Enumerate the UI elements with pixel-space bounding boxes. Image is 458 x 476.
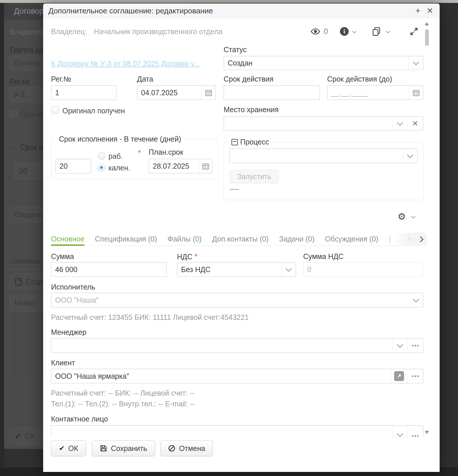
client-value: ООО "Наша ярмарка" <box>51 369 391 383</box>
chevron-down-icon[interactable] <box>409 56 423 70</box>
check-icon: ✔ <box>15 432 21 441</box>
chevron-down-icon[interactable] <box>403 149 417 163</box>
chevron-down-icon[interactable] <box>393 117 407 130</box>
radio-calendar-days[interactable] <box>98 164 105 171</box>
reg-label: Рег.№ <box>51 75 71 83</box>
vat-value: Без НДС <box>177 262 281 276</box>
client-details-2: Тел.(1): -- Тел.(2): -- Внутр.тел.: -- E… <box>51 400 195 408</box>
client-field[interactable]: ООО "Наша ярмарка" <box>51 369 423 383</box>
chevron-down-icon[interactable] <box>409 293 423 307</box>
calendar-icon[interactable] <box>409 86 423 100</box>
eye-icon[interactable] <box>310 28 321 35</box>
vat-amount-input <box>303 262 423 277</box>
vat-label: НДС * <box>177 252 198 261</box>
bg-term-field[interactable]: 20 <box>15 163 44 179</box>
executor-value: ООО "Наша" <box>51 293 409 307</box>
clear-icon: ✕ <box>412 119 418 128</box>
tab-extra-contacts[interactable]: Доп.контакты (0) <box>212 232 269 246</box>
radio-working-label: раб. <box>108 152 123 161</box>
scrollbar-thumb[interactable] <box>425 29 429 46</box>
chevron-down-icon[interactable] <box>352 29 357 34</box>
validity-until-mask: __.__.____ <box>327 86 409 100</box>
scrollbar-down-arrow[interactable] <box>425 431 429 434</box>
document-icon <box>15 278 22 286</box>
calendar-icon[interactable] <box>199 159 212 173</box>
cancel-icon <box>168 445 176 452</box>
process-value <box>230 149 403 163</box>
validity-input[interactable] <box>224 85 320 100</box>
status-select[interactable]: Создан <box>224 56 423 70</box>
tab-scroll-right-icon[interactable] <box>417 236 424 242</box>
modal-footer: ✔ ОК Сохранить Отмена <box>43 437 440 472</box>
bg-owner-label: Владелец <box>10 28 43 36</box>
cancel-button[interactable]: Отмена <box>160 440 213 456</box>
contact-person-select[interactable] <box>51 425 423 437</box>
views-count: 0 <box>324 27 328 36</box>
chevron-down-icon[interactable] <box>281 262 296 276</box>
manager-select[interactable] <box>51 338 423 353</box>
client-label: Клиент <box>51 359 75 367</box>
tab-main[interactable]: Основное <box>51 232 85 246</box>
manager-more-button[interactable] <box>407 339 423 352</box>
contract-link[interactable]: К Договору № У-3 от 08.07.2025 Договор у… <box>51 59 200 68</box>
contact-more-button[interactable] <box>407 426 423 437</box>
save-button[interactable]: Сохранить <box>92 440 155 456</box>
validity-until-label: Срок действия (до) <box>327 75 392 83</box>
executor-select[interactable]: ООО "Наша" <box>51 293 423 307</box>
vat-select[interactable]: Без НДС <box>177 262 296 277</box>
tab-discussions[interactable]: Обсуждения (0) <box>325 232 378 246</box>
external-link-icon[interactable] <box>394 371 404 381</box>
process-select[interactable] <box>229 149 417 163</box>
bg-fieldset-dash <box>10 147 16 148</box>
tab-specification[interactable]: Спецификация (0) <box>95 232 157 246</box>
expand-icon[interactable] <box>409 27 419 36</box>
chevron-down-icon[interactable] <box>386 29 391 34</box>
bg-tab-main[interactable]: Основно <box>11 257 41 265</box>
tab-tasks[interactable]: Задачи (0) <box>279 232 314 246</box>
tab-scroll-left-icon[interactable] <box>408 237 413 242</box>
clear-button[interactable]: ✕ <box>407 117 423 130</box>
add-window-button[interactable]: + <box>415 5 420 16</box>
storage-select[interactable]: ✕ <box>224 117 423 131</box>
amount-input[interactable] <box>51 262 167 277</box>
collapse-icon[interactable] <box>231 139 238 145</box>
chevron-down-icon[interactable] <box>411 214 416 219</box>
vat-amount-label: Сумма НДС <box>303 252 344 261</box>
tab-truncated[interactable]: ( <box>389 232 391 246</box>
storage-label: Место хранения <box>224 105 279 114</box>
amount-label: Сумма <box>51 252 74 261</box>
save-icon <box>100 445 107 452</box>
calendar-icon[interactable] <box>201 86 215 100</box>
tab-files[interactable]: Файлы (0) <box>168 232 202 246</box>
scrollbar-up-arrow[interactable] <box>425 22 429 25</box>
copy-icon[interactable] <box>371 27 381 36</box>
gear-icon[interactable]: ⚙ <box>398 212 406 221</box>
bg-group-label: Группа до <box>10 46 44 54</box>
required-mark: * <box>194 252 198 261</box>
client-more-button[interactable] <box>407 369 423 383</box>
execution-days-input[interactable] <box>55 159 91 173</box>
ok-button[interactable]: ✔ ОК <box>51 440 86 456</box>
reg-input[interactable] <box>51 85 117 100</box>
contact-person-label: Контактное лицо <box>51 415 108 423</box>
chevron-down-icon[interactable] <box>393 426 407 437</box>
chevron-down-icon[interactable] <box>393 339 407 352</box>
radio-calendar-label: кален. <box>108 164 130 172</box>
validity-until-input[interactable]: __.__.____ <box>327 85 423 100</box>
ellipsis-icon <box>412 375 419 377</box>
date-input[interactable]: 04.07.2025 <box>137 85 216 100</box>
tabbar: Основное Спецификация (0) Файлы (0) Доп.… <box>51 232 391 246</box>
plan-date-input[interactable]: 28.07.2025 <box>149 159 212 173</box>
execution-legend: Срок исполнения - В течение (дней) <box>59 135 181 143</box>
original-received-checkbox[interactable] <box>51 106 59 114</box>
ellipsis-icon <box>412 435 419 437</box>
radio-working-days[interactable] <box>98 152 105 160</box>
close-icon[interactable]: ✕ <box>427 5 433 16</box>
run-process-button[interactable]: Запустить <box>229 170 279 183</box>
info-icon[interactable]: i <box>340 27 349 36</box>
check-icon: ✔ <box>59 444 65 452</box>
bg-table-header-number: Номер <box>15 299 37 307</box>
bg-original-checkbox[interactable] <box>9 110 17 117</box>
scrollbar[interactable] <box>424 22 429 434</box>
client-open-button[interactable] <box>391 369 407 383</box>
